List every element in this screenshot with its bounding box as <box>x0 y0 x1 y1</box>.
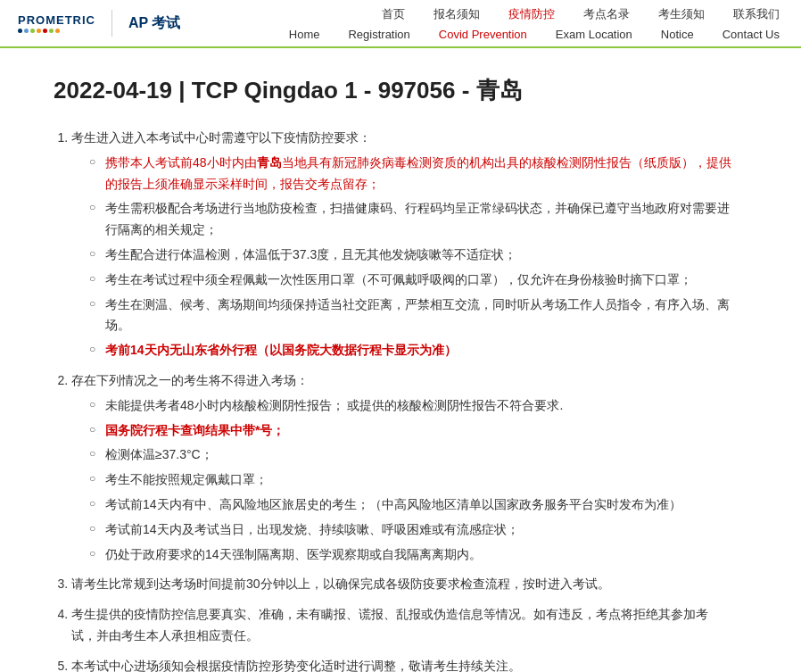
nav-covid-en[interactable]: Covid Prevention <box>435 26 531 43</box>
sub-item-1-2: 考生需积极配合考场进行当地防疫检查，扫描健康码、行程码均呈正常绿码状态，并确保已… <box>89 198 731 241</box>
nav-examloc-en[interactable]: Exam Location <box>552 26 636 43</box>
sub-1-1-text: 携带本人考试前48小时内由青岛当地具有新冠肺炎病毒检测资质的机构出具的核酸检测阴… <box>105 155 731 191</box>
sub-2-1-text: 未能提供考者48小时内核酸检测阴性报告； 或提供的核酸检测阴性报告不符合要求. <box>105 398 563 412</box>
ap-text: AP 考试 <box>128 14 180 33</box>
sub-item-2-4: 考生不能按照规定佩戴口罩； <box>89 469 731 491</box>
dot3 <box>30 29 35 33</box>
dot4 <box>37 29 41 33</box>
dot5 <box>43 29 47 33</box>
list-item-1: 考生进入进入本考试中心时需遵守以下疫情防控要求： 携带本人考试前48小时内由青岛… <box>71 128 731 361</box>
sub-item-2-1: 未能提供考者48小时内核酸检测阴性报告； 或提供的核酸检测阴性报告不符合要求. <box>89 395 731 417</box>
sub-2-6-text: 考试前14天内及考试当日，出现发烧、持续咳嗽、呼吸困难或有流感症状； <box>105 522 519 536</box>
sub-item-1-4: 考生在考试过程中须全程佩戴一次性医用口罩（不可佩戴呼吸阀的口罩），仅允许在身份核… <box>89 270 731 291</box>
dot2 <box>24 29 29 33</box>
nav-examloc-cn[interactable]: 考点名录 <box>580 4 633 24</box>
nav-home-cn[interactable]: 首页 <box>378 4 409 24</box>
sub-2-3-text: 检测体温≥37.3°C； <box>105 447 213 461</box>
sub-2-4-text: 考生不能按照规定佩戴口罩； <box>105 472 268 486</box>
item-5-text: 本考试中心进场须知会根据疫情防控形势变化适时进行调整，敬请考生持续关注。 <box>71 659 521 672</box>
sub-item-2-3: 检测体温≥37.3°C； <box>89 444 731 466</box>
list-item-4: 考生提供的疫情防控信息要真实、准确，未有瞒报、谎报、乱报或伪造信息等情况。如有违… <box>71 604 731 647</box>
nav-notice-en[interactable]: Notice <box>657 26 698 43</box>
sub-1-6-text: 考前14天内无山东省外行程（以国务院大数据行程卡显示为准） <box>105 343 457 357</box>
nav-contact-cn[interactable]: 联系我们 <box>730 4 783 24</box>
nav-contact-en[interactable]: Contact Us <box>719 26 783 43</box>
header: PROMETRIC AP 考试 首页 报名须知 疫情防控 考 <box>0 0 801 48</box>
list-item-3: 请考生比常规到达考场时间提前30分钟以上，以确保完成各级防疫要求检查流程，按时进… <box>71 574 731 595</box>
page-title: 2022-04-19 | TCP Qingdao 1 - 997056 - 青岛 <box>54 75 731 106</box>
item-2-text: 存在下列情况之一的考生将不得进入考场： <box>71 373 309 387</box>
sub-item-2-5: 考试前14天内有中、高风险地区旅居史的考生；（中高风险地区清单以国家政务服务平台… <box>89 494 731 516</box>
main-list: 考生进入进入本考试中心时需遵守以下疫情防控要求： 携带本人考试前48小时内由青岛… <box>54 128 731 672</box>
sub-1-4-text: 考生在考试过程中须全程佩戴一次性医用口罩（不可佩戴呼吸阀的口罩），仅允许在身份核… <box>105 272 692 286</box>
sub-item-2-2: 国务院行程卡查询结果中带*号； <box>89 420 731 442</box>
sub-item-1-5: 考生在测温、候考、离场期间均须保持适当社交距离，严禁相互交流，同时听从考场工作人… <box>89 295 731 337</box>
dot6 <box>49 29 54 33</box>
prometric-logo: PROMETRIC <box>18 13 95 33</box>
sub-2-5-text: 考试前14天内有中、高风险地区旅居史的考生；（中高风险地区清单以国家政务服务平台… <box>105 497 681 511</box>
logo-area: PROMETRIC AP 考试 <box>18 10 214 37</box>
logo-divider <box>111 10 112 37</box>
sub-1-3-text: 考生配合进行体温检测，体温低于37.3度，且无其他发烧咳嗽等不适症状； <box>105 247 516 261</box>
dot7 <box>55 29 60 33</box>
nav-covid-cn[interactable]: 疫情防控 <box>505 4 558 24</box>
nav-registration-cn[interactable]: 报名须知 <box>430 4 483 24</box>
nav-home-en[interactable]: Home <box>285 26 324 43</box>
sub-2-7-text: 仍处于政府要求的14天强制隔离期、医学观察期或自我隔离离期内。 <box>105 547 482 561</box>
nav-container: 首页 报名须知 疫情防控 考点名录 考生须知 联系我们 Home Registr… <box>214 4 783 43</box>
nav-notice-cn[interactable]: 考生须知 <box>655 4 708 24</box>
sub-2-2-text: 国务院行程卡查询结果中带*号； <box>105 423 285 437</box>
nav-top: 首页 报名须知 疫情防控 考点名录 考生须知 联系我们 <box>378 4 783 24</box>
item-3-text: 请考生比常规到达考场时间提前30分钟以上，以确保完成各级防疫要求检查流程，按时进… <box>71 577 610 591</box>
sub-1-5-text: 考生在测温、候考、离场期间均须保持适当社交距离，严禁相互交流，同时听从考场工作人… <box>105 297 730 333</box>
nav-registration-en[interactable]: Registration <box>344 26 413 43</box>
main-content: 2022-04-19 | TCP Qingdao 1 - 997056 - 青岛… <box>0 48 767 672</box>
prometric-dots <box>18 29 95 33</box>
list-item-2: 存在下列情况之一的考生将不得进入考场： 未能提供考者48小时内核酸检测阴性报告；… <box>71 370 731 565</box>
sub-item-2-6: 考试前14天内及考试当日，出现发烧、持续咳嗽、呼吸困难或有流感症状； <box>89 519 731 541</box>
sub-item-2-7: 仍处于政府要求的14天强制隔离期、医学观察期或自我隔离离期内。 <box>89 544 731 566</box>
list-item-5: 本考试中心进场须知会根据疫情防控形势变化适时进行调整，敬请考生持续关注。 <box>71 656 731 672</box>
prometric-text: PROMETRIC <box>18 13 95 27</box>
nav-bottom: Home Registration Covid Prevention Exam … <box>285 26 783 43</box>
dot1 <box>18 29 22 33</box>
item-4-text: 考生提供的疫情防控信息要真实、准确，未有瞒报、谎报、乱报或伪造信息等情况。如有违… <box>71 607 708 643</box>
sub-item-1-1: 携带本人考试前48小时内由青岛当地具有新冠肺炎病毒检测资质的机构出具的核酸检测阴… <box>89 153 731 195</box>
sub-list-2: 未能提供考者48小时内核酸检测阴性报告； 或提供的核酸检测阴性报告不符合要求. … <box>71 395 731 566</box>
item-1-text: 考生进入进入本考试中心时需遵守以下疫情防控要求： <box>71 130 371 145</box>
sub-item-1-6: 考前14天内无山东省外行程（以国务院大数据行程卡显示为准） <box>89 340 731 361</box>
sub-list-1: 携带本人考试前48小时内由青岛当地具有新冠肺炎病毒检测资质的机构出具的核酸检测阴… <box>71 153 731 361</box>
sub-1-2-text: 考生需积极配合考场进行当地防疫检查，扫描健康码、行程码均呈正常绿码状态，并确保已… <box>105 201 730 236</box>
sub-item-1-3: 考生配合进行体温检测，体温低于37.3度，且无其他发烧咳嗽等不适症状； <box>89 245 731 266</box>
